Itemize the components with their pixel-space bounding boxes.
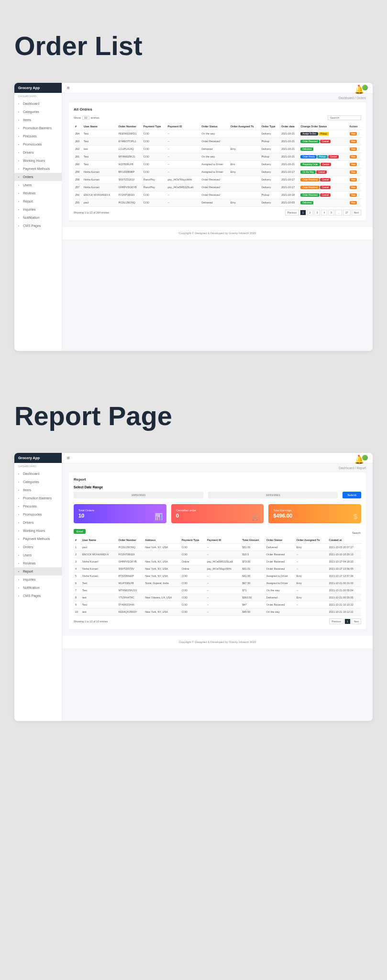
column-header[interactable]: Created at [327,537,361,544]
column-header[interactable]: Order Assigned To [229,123,260,130]
page-num[interactable]: 1 [344,619,351,624]
view-button[interactable]: View [350,140,357,143]
status-badge[interactable]: Cancel [321,163,331,166]
sidebar-item[interactable]: ▫Items [14,116,62,124]
sidebar-item[interactable]: ▫Reviews [14,559,62,567]
sidebar-item[interactable]: ▫Promocodes [14,140,62,148]
sidebar-item[interactable]: ▫Working Hours [14,527,62,535]
status-badge[interactable]: Delivered [300,147,313,151]
sidebar-item[interactable]: ▫Working Hours [14,157,62,165]
status-badge[interactable]: Order Received [300,186,320,189]
column-header[interactable]: Order Status [265,537,295,544]
hamburger-icon[interactable]: ≡ [67,85,70,90]
status-badge[interactable]: Delivered [300,201,313,204]
status-badge[interactable]: Order Received [300,140,320,143]
status-badge[interactable]: Pickup [319,132,329,135]
column-header[interactable]: Payment ID [166,123,200,130]
sidebar-item[interactable]: ▫Dashboard [14,470,62,478]
page-num[interactable]: ... [335,210,342,215]
status-badge[interactable]: On the Way [300,170,316,174]
sidebar-item[interactable]: ▫Notification [14,584,62,592]
prev-button[interactable]: Previous [285,210,299,215]
next-button[interactable]: Next [352,619,361,624]
sidebar-item[interactable]: ▫Pincodes [14,132,62,140]
status-badge[interactable]: Pickup [317,155,328,158]
sidebar-item[interactable]: ▫Inquiries [14,575,62,584]
column-header[interactable]: Payment ID [206,537,241,544]
sidebar-item[interactable]: ▫Payment Methods [14,165,62,173]
column-header[interactable]: User Name [81,537,117,544]
column-header[interactable]: Payment Type [180,537,206,544]
status-badge[interactable]: Order Received [300,178,320,181]
page-num[interactable]: 5 [328,210,334,215]
sidebar-item[interactable]: ▫Items [14,486,62,494]
sidebar-item[interactable]: ▫Report [14,567,62,575]
column-header[interactable]: Order Assigned To [295,537,328,544]
next-button[interactable]: Next [352,210,361,215]
sidebar-item[interactable]: ▫Orders [14,173,62,181]
sidebar-item[interactable]: ▫CMS Pages [14,592,62,600]
column-header[interactable]: Change Order Status [299,123,348,130]
search-input[interactable] [328,115,361,120]
sidebar-item[interactable]: ▫Report [14,197,62,205]
page-num[interactable]: 4 [321,210,327,215]
sidebar-item[interactable]: ▫Inquiries [14,205,62,214]
status-badge[interactable]: Cancel [320,193,331,197]
view-button[interactable]: View [350,132,357,135]
sidebar-item[interactable]: ▫Orders [14,543,62,551]
view-button[interactable]: View [350,193,357,197]
sidebar-item[interactable]: ▫Promotion Banners [14,124,62,132]
sidebar-item[interactable]: ▫Promocodes [14,510,62,518]
sidebar-item[interactable]: ▫Categories [14,478,62,486]
column-header[interactable]: Order Status [200,123,229,130]
column-header[interactable]: User Name [82,123,117,130]
column-header[interactable]: Order Number [117,123,142,130]
status-badge[interactable]: Assign To Divi [300,132,318,135]
view-button[interactable]: View [350,178,357,181]
sidebar-item[interactable]: ▫Drivers [14,148,62,157]
sidebar-item[interactable]: ▫Reviews [14,189,62,197]
sidebar-item[interactable]: ▫Users [14,551,62,559]
status-badge[interactable]: Cancel [320,186,331,189]
view-button[interactable]: View [350,170,357,174]
prev-button[interactable]: Previous [329,619,343,624]
column-header[interactable]: Address [144,537,180,544]
submit-button[interactable]: Submit [343,492,361,498]
status-badge[interactable]: Order Ready [300,155,317,158]
page-num[interactable]: 3 [314,210,321,215]
status-badge[interactable]: Order Received [300,193,320,197]
sidebar-item[interactable]: ▫Promotion Banners [14,494,62,502]
date-to-input[interactable]: 10/31/2021 [208,492,338,498]
page-num[interactable]: 1 [300,210,306,215]
excel-button[interactable]: Excel [74,529,86,534]
sidebar-item[interactable]: ▫Categories [14,108,62,116]
column-header[interactable]: Order Number [117,537,144,544]
date-from-input[interactable]: 10/01/2021 [74,492,203,498]
sidebar-item[interactable]: ▫Payment Methods [14,535,62,543]
view-button[interactable]: View [350,186,357,189]
status-badge[interactable]: Preparing Order [300,163,320,166]
status-badge[interactable]: Cancel [328,155,339,158]
status-badge[interactable]: Cancel [320,178,331,181]
column-header[interactable]: # [74,123,82,130]
sidebar-item[interactable]: ▫Pincodes [14,502,62,510]
status-badge[interactable]: Cancel [320,140,331,143]
sidebar-item[interactable]: ▫Drivers [14,518,62,527]
bell-icon[interactable]: 🔔 [354,455,359,460]
sidebar-item[interactable]: ▫Users [14,181,62,189]
sidebar-item[interactable]: ▫Notification [14,214,62,222]
hamburger-icon[interactable]: ≡ [67,455,70,461]
show-entries[interactable]: Show 10 entries [74,116,100,120]
column-header[interactable]: Action [348,123,361,130]
view-button[interactable]: View [350,155,357,158]
view-button[interactable]: View [350,147,357,151]
sidebar-item[interactable]: ▫Dashboard [14,100,62,108]
view-button[interactable]: View [350,163,357,166]
column-header[interactable]: # [74,537,81,544]
column-header[interactable]: Payment Type [142,123,166,130]
view-button[interactable]: View [350,201,357,204]
column-header[interactable]: Total Amount [241,537,265,544]
status-badge[interactable]: Cancel [316,170,327,174]
column-header[interactable]: Order date [280,123,299,130]
bell-icon[interactable]: 🔔 [354,85,359,90]
